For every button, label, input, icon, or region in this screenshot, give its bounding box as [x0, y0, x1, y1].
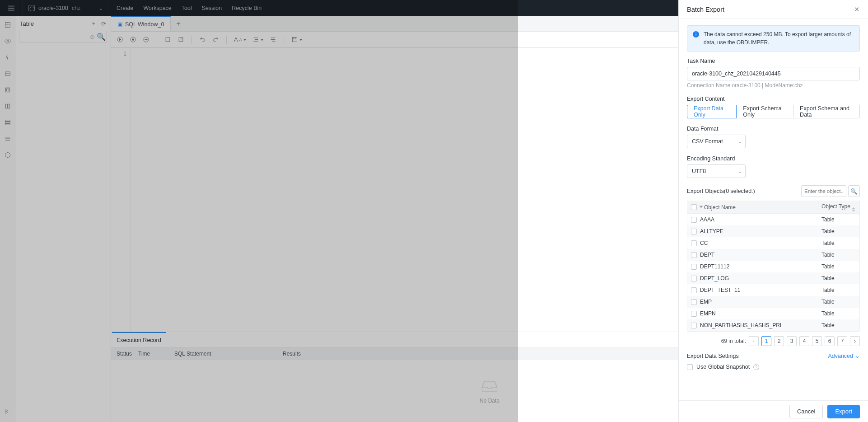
run-section-button[interactable]	[130, 36, 136, 43]
procedure-icon[interactable]	[4, 70, 12, 78]
close-icon[interactable]: ✕	[854, 5, 860, 14]
svg-rect-3	[5, 23, 10, 28]
menu-create[interactable]: Create	[117, 5, 134, 11]
add-tab-button[interactable]: ＋	[171, 16, 186, 31]
chevron-down-icon: ⌄	[738, 139, 742, 144]
encoding-select[interactable]: UTF8 ⌄	[687, 164, 746, 178]
run-button[interactable]	[117, 36, 123, 43]
menu-workspace[interactable]: Workspace	[144, 5, 172, 11]
svg-rect-14	[5, 122, 10, 123]
undo-button[interactable]	[199, 36, 206, 43]
cancel-button[interactable]: Cancel	[789, 405, 823, 418]
package-icon[interactable]	[4, 86, 12, 94]
tab-execution-record[interactable]: Execution Record	[112, 332, 166, 347]
trigger-icon[interactable]	[4, 102, 12, 110]
table-row[interactable]: AAAATable	[687, 214, 859, 225]
object-search[interactable]: ⊘ 🔍	[19, 31, 107, 42]
export-button[interactable]: Export	[827, 405, 860, 418]
case-button[interactable]	[270, 36, 276, 43]
row-checkbox[interactable]	[691, 299, 697, 305]
inbox-icon	[480, 379, 499, 394]
col-object-name[interactable]: Object Name	[700, 204, 821, 211]
objects-search[interactable]	[801, 185, 846, 197]
connection-hint: Connection Name:oracle-3100 | ModeName:c…	[687, 82, 860, 89]
search-button[interactable]: 🔍	[848, 185, 860, 197]
function-icon[interactable]	[4, 53, 12, 61]
hamburger-icon[interactable]	[0, 0, 23, 16]
batch-export-drawer: Batch Export ✕ i The data cannot exceed …	[678, 0, 868, 422]
svg-rect-27	[166, 38, 170, 42]
info-icon: i	[693, 31, 699, 38]
pager-next[interactable]: ›	[850, 336, 860, 346]
pager-page[interactable]: 5	[812, 336, 822, 346]
table-icon[interactable]	[4, 21, 12, 29]
synonym-icon[interactable]	[4, 151, 12, 159]
seg-schema-only[interactable]: Export Schema Only	[736, 105, 793, 118]
connection-name: oracle-3100	[38, 5, 68, 11]
rollback-button[interactable]	[177, 36, 184, 43]
table-row[interactable]: CCTable	[687, 237, 859, 249]
row-checkbox[interactable]	[691, 217, 697, 223]
table-row[interactable]: DEPT_TEST_11Table	[687, 284, 859, 296]
tab-label: SQL Window_0	[125, 21, 164, 28]
select-all-checkbox[interactable]	[691, 204, 697, 210]
row-checkbox[interactable]	[691, 229, 697, 234]
format-button[interactable]: AA▾	[234, 36, 246, 43]
row-checkbox[interactable]	[691, 240, 697, 246]
col-object-type[interactable]: Object Type	[821, 203, 859, 211]
type-icon[interactable]	[4, 118, 12, 127]
table-row[interactable]: ALLTYPETable	[687, 225, 859, 237]
tab-sql-window[interactable]: ▣ SQL Window_0	[111, 16, 171, 31]
menu-tool[interactable]: Tool	[182, 5, 192, 11]
seg-schema-and-data[interactable]: Export Schema and Data	[793, 105, 860, 118]
add-icon[interactable]: ＋	[91, 19, 97, 28]
table-row[interactable]: EMPTable	[687, 296, 859, 308]
row-checkbox[interactable]	[691, 264, 697, 270]
stop-button[interactable]	[143, 36, 149, 43]
row-checkbox[interactable]	[691, 311, 697, 317]
connection-selector[interactable]: ◌ oracle-3100 chz ⌄	[23, 0, 108, 16]
view-icon[interactable]	[4, 37, 12, 45]
help-icon[interactable]: ?	[753, 364, 759, 370]
global-snapshot-label: Use Global Snapshot	[696, 364, 750, 370]
row-checkbox[interactable]	[691, 323, 697, 328]
col-time: Time	[138, 351, 174, 357]
pager-page[interactable]: 1	[761, 336, 771, 346]
global-snapshot-checkbox[interactable]	[687, 364, 693, 370]
table-row[interactable]: DEPT_LOGTable	[687, 272, 859, 284]
pager-page[interactable]: 6	[825, 336, 835, 346]
collapse-icon[interactable]	[4, 408, 12, 416]
clear-icon[interactable]: ⊘	[90, 33, 97, 40]
menu-session[interactable]: Session	[202, 5, 222, 11]
objects-search-input[interactable]	[804, 188, 843, 194]
pager-page[interactable]: 7	[837, 336, 847, 346]
menu-recycle-bin[interactable]: Recycle Bin	[232, 5, 261, 11]
task-name-input[interactable]	[687, 67, 860, 80]
object-search-input[interactable]	[22, 33, 90, 40]
save-button[interactable]: ▾	[291, 36, 302, 43]
search-icon[interactable]: 🔍	[97, 33, 106, 41]
indent-button[interactable]: ▾	[252, 36, 263, 43]
row-checkbox[interactable]	[691, 276, 697, 281]
table-row[interactable]: DEPTTable	[687, 249, 859, 261]
pager-page[interactable]: 3	[787, 336, 797, 346]
data-format-select[interactable]: CSV Format ⌄	[687, 135, 746, 148]
export-content-segmented: Export Data Only Export Schema Only Expo…	[687, 105, 860, 118]
chevron-down-icon: ⌄	[855, 352, 860, 359]
pager-page[interactable]: 4	[799, 336, 809, 346]
pager-page[interactable]: 2	[774, 336, 784, 346]
advanced-toggle[interactable]: Advanced ⌄	[828, 352, 860, 359]
alert-text: The data cannot exceed 250 MB. To export…	[704, 31, 851, 46]
refresh-icon[interactable]: ⟳	[101, 20, 106, 27]
pager-prev[interactable]: ‹	[749, 336, 759, 346]
row-checkbox[interactable]	[691, 252, 697, 258]
row-checkbox[interactable]	[691, 287, 697, 293]
sequence-icon[interactable]	[4, 135, 12, 143]
export-data-settings-label: Export Data Settings	[687, 353, 828, 359]
seg-data-only[interactable]: Export Data Only	[687, 105, 737, 118]
commit-button[interactable]	[164, 36, 171, 43]
table-row[interactable]: DEPT11112Table	[687, 261, 859, 272]
table-row[interactable]: NON_PARTHASHS_HASHS_PRITable	[687, 319, 859, 331]
redo-button[interactable]	[212, 36, 219, 43]
table-row[interactable]: EMPNTable	[687, 308, 859, 319]
